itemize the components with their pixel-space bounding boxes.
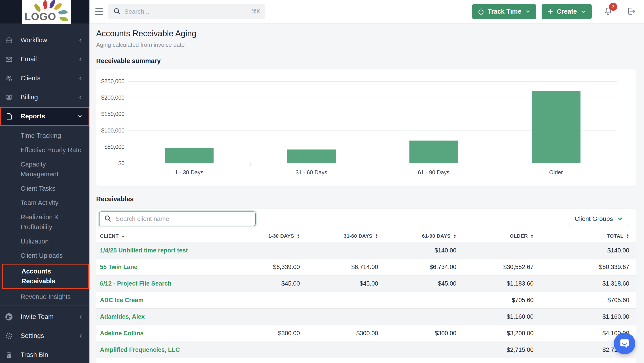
- logo-leaf: [42, 0, 49, 10]
- client-link[interactable]: ABC Ice Cream: [96, 297, 228, 304]
- sort-icon: ▲▼: [530, 234, 534, 239]
- sidebar-item-clients[interactable]: Clients: [0, 69, 90, 88]
- client-search-input[interactable]: [116, 215, 251, 222]
- sidebar-item-email[interactable]: Email: [0, 50, 90, 69]
- banknote-icon: [5, 93, 13, 101]
- y-axis-tick: $200,000: [96, 95, 124, 101]
- sidebar-item-settings[interactable]: Settings: [0, 326, 90, 345]
- x-axis-label: 1 - 30 Days: [128, 169, 250, 176]
- search-icon: [104, 215, 112, 223]
- cell-older: $1,160.00: [463, 313, 540, 320]
- column-header-total[interactable]: TOTAL ▲▼: [540, 233, 636, 239]
- users-icon: [5, 74, 13, 82]
- notifications-button[interactable]: 7: [603, 6, 613, 17]
- chat-bubble-icon: [619, 337, 630, 349]
- chevron-down-icon: [77, 114, 83, 119]
- topbar: ⌘K Track Time Create: [90, 0, 644, 24]
- column-header-1-30-days[interactable]: 1-30 DAYS ▲▼: [228, 233, 306, 239]
- cell-older: $2,715.00: [463, 346, 540, 353]
- cell-total: $50,339.67: [540, 264, 636, 271]
- chart-plot-area: [128, 81, 617, 163]
- client-link[interactable]: 1/4/25 Unbilled time report test: [96, 247, 228, 254]
- chevron-left-icon: [78, 37, 84, 43]
- receivables-heading: Receivables: [96, 195, 636, 203]
- chevron-left-icon: [78, 75, 84, 81]
- submenu-item-client-uploads[interactable]: Client Uploads: [0, 248, 90, 263]
- chevron-down-icon: [525, 9, 531, 15]
- sidebar-item-label: Workflow: [20, 37, 78, 44]
- column-header-older[interactable]: OLDER ▲▼: [463, 233, 540, 239]
- client-groups-button[interactable]: Client Groups: [569, 212, 629, 226]
- cell-older: $705.60: [463, 297, 540, 304]
- trash-icon: [5, 351, 13, 359]
- submenu-item-accounts-receivable[interactable]: Accounts Receivable: [2, 264, 89, 289]
- bar-31-60-days: [287, 150, 336, 163]
- receivables-toolbar: Client Groups: [96, 209, 636, 230]
- client-link[interactable]: Amplified Frequencies, LLC: [96, 346, 228, 353]
- page-subtitle: Aging calculated from invoice date: [96, 41, 636, 48]
- column-header-61-90-days[interactable]: 61-90 DAYS ▲▼: [385, 233, 463, 239]
- submenu-item-effective-hourly-rate[interactable]: Effective Hourly Rate: [0, 143, 90, 157]
- global-search[interactable]: ⌘K: [108, 4, 265, 19]
- client-search[interactable]: [99, 211, 256, 226]
- table-row: Adamides, Alex $1,160.00 $1,160.00: [96, 308, 636, 325]
- submenu-item-utilization[interactable]: Utilization: [0, 234, 90, 248]
- cell-31-60: $45.00: [306, 280, 385, 287]
- receivable-summary-chart: $250,000 $200,000 $150,000 $100,000 $50,…: [96, 69, 636, 186]
- logo-leaf: [60, 17, 68, 22]
- cell-1-30: $6,339.00: [228, 264, 306, 271]
- sort-asc-icon: ▲: [122, 234, 125, 238]
- chevron-left-icon: [78, 333, 84, 339]
- sidebar-item-workflow[interactable]: Workflow: [0, 31, 90, 50]
- sidebar-item-trash-bin[interactable]: Trash Bin: [0, 345, 90, 363]
- logo-leaf: [54, 2, 62, 11]
- column-header-client[interactable]: CLIENT ▲: [96, 233, 228, 239]
- cell-total: $140.00: [540, 247, 636, 254]
- stopwatch-icon: [478, 8, 484, 15]
- table-row: Amplified Frequencies, LLC $2,715.00 $2,…: [96, 341, 636, 358]
- cell-older: $1,183.60: [463, 280, 540, 287]
- envelope-icon: [5, 55, 13, 63]
- track-time-button[interactable]: Track Time: [472, 4, 536, 19]
- client-link[interactable]: Adamides, Alex: [96, 313, 228, 320]
- y-axis-tick: $0: [96, 160, 124, 167]
- client-link[interactable]: Adeline Collins: [96, 330, 228, 337]
- client-link[interactable]: 6/12 - Project File Search: [96, 280, 228, 287]
- cell-total: $1,318.60: [540, 280, 636, 287]
- table-row: Adeline Collins $300.00 $300.00 $300.00 …: [96, 325, 636, 341]
- cell-61-90: $300.00: [385, 330, 463, 337]
- sort-icon: ▲▼: [297, 234, 300, 239]
- submenu-item-capacity-management[interactable]: Capacity Management: [0, 157, 90, 181]
- main-content: Accounts Receivable Aging Aging calculat…: [90, 24, 644, 363]
- submenu-item-revenue-insights[interactable]: Revenue Insights: [0, 290, 90, 304]
- client-link[interactable]: 55 Twin Lane: [96, 264, 228, 271]
- chevron-down-icon: [580, 9, 586, 15]
- create-button[interactable]: Create: [542, 4, 592, 19]
- sidebar-item-reports[interactable]: Reports: [0, 107, 90, 126]
- hamburger-menu-icon[interactable]: [95, 8, 103, 15]
- logout-button[interactable]: [626, 7, 636, 17]
- logo-leaf: [58, 8, 68, 16]
- bar-61-90-days: [410, 141, 458, 163]
- sidebar-bottom: Invite Team Settings Trash Bin: [0, 305, 90, 363]
- logo-text: LOGO: [24, 10, 56, 23]
- global-search-input[interactable]: [124, 8, 251, 15]
- sidebar-item-billing[interactable]: Billing: [0, 88, 90, 107]
- submenu-item-realization-profitability[interactable]: Realization & Profitability: [0, 210, 90, 234]
- cell-older: $3,200.00: [463, 330, 540, 337]
- table-row: 55 Twin Lane $6,339.00 $6,714.00 $6,734.…: [96, 259, 636, 275]
- logo-leaf: [50, 0, 55, 9]
- submenu-item-client-tasks[interactable]: Client Tasks: [0, 181, 90, 196]
- column-header-31-60-days[interactable]: 31-60 DAYS ▲▼: [306, 233, 385, 239]
- sidebar-item-invite-team[interactable]: Invite Team: [0, 307, 90, 326]
- x-axis-labels: 1 - 30 Days 31 - 60 Days 61 - 90 Days Ol…: [128, 169, 617, 176]
- x-axis-label: 61 - 90 Days: [372, 169, 495, 176]
- submenu-item-team-activity[interactable]: Team Activity: [0, 196, 90, 210]
- y-axis-tick: $150,000: [96, 111, 124, 117]
- chat-launcher-button[interactable]: [614, 333, 635, 354]
- submenu-item-time-tracking[interactable]: Time Tracking: [0, 128, 90, 143]
- sidebar-item-label: Clients: [20, 75, 78, 82]
- search-icon: [113, 8, 121, 16]
- bell-icon: [603, 13, 613, 17]
- cell-total: $1,160.00: [540, 313, 636, 320]
